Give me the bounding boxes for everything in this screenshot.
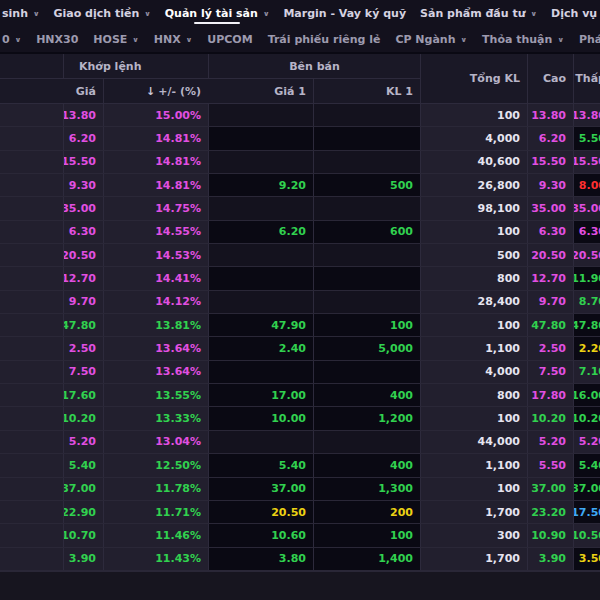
- ask-vol-1-cell[interactable]: 100: [313, 314, 420, 336]
- ask-vol-1-cell[interactable]: 5,000: [313, 337, 420, 359]
- price-cell[interactable]: 9.70: [63, 291, 103, 313]
- price-cell[interactable]: 20.50: [63, 244, 103, 266]
- ask-price-1-cell[interactable]: 37.00: [208, 478, 313, 500]
- ask-vol-1-cell[interactable]: 100: [313, 524, 420, 546]
- ask-vol-1-cell[interactable]: 400: [313, 454, 420, 476]
- table-row[interactable]: 3.9011.43%3.801,4001,7003.903.50: [0, 548, 600, 571]
- market-tab[interactable]: HNX30: [36, 27, 78, 52]
- ask-price-1-cell[interactable]: 10.60: [208, 524, 313, 546]
- col-header-change-pct[interactable]: ↓ +/- (%): [103, 79, 208, 103]
- ask-price-1-cell[interactable]: [208, 151, 313, 173]
- price-cell[interactable]: 13.80: [63, 104, 103, 126]
- ask-vol-1-cell[interactable]: [313, 244, 420, 266]
- ask-vol-1-cell[interactable]: [313, 267, 420, 289]
- col-header-tong-kl[interactable]: Tổng KL: [420, 54, 527, 103]
- table-row[interactable]: 12.7014.41%80012.7011.90: [0, 267, 600, 290]
- price-cell[interactable]: 9.30: [63, 174, 103, 196]
- price-cell[interactable]: 7.50: [63, 361, 103, 383]
- menu-item[interactable]: Margin - Vay ký quỹ: [283, 0, 406, 27]
- ask-price-1-cell[interactable]: [208, 244, 313, 266]
- table-row[interactable]: 9.7014.12%28,4009.708.70: [0, 291, 600, 314]
- ask-price-1-cell[interactable]: 2.40: [208, 337, 313, 359]
- price-cell[interactable]: 5.20: [63, 431, 103, 453]
- ask-vol-1-cell[interactable]: 1,300: [313, 478, 420, 500]
- ask-price-1-cell[interactable]: [208, 104, 313, 126]
- price-cell[interactable]: 17.60: [63, 384, 103, 406]
- menu-item[interactable]: sinh∨: [2, 0, 39, 27]
- table-row[interactable]: 47.8013.81%47.9010010047.8047.80: [0, 314, 600, 337]
- ask-price-1-cell[interactable]: [208, 267, 313, 289]
- menu-item[interactable]: Quản lý tài sản∨: [165, 0, 270, 27]
- menu-item[interactable]: Giao dịch tiền∨: [53, 0, 150, 27]
- market-tab[interactable]: HNX∨: [154, 27, 192, 52]
- table-row[interactable]: 9.3014.81%9.2050026,8009.308.00: [0, 174, 600, 197]
- ask-vol-1-cell[interactable]: 500: [313, 174, 420, 196]
- price-cell[interactable]: 10.70: [63, 524, 103, 546]
- col-header-cao[interactable]: Cao: [527, 54, 573, 103]
- ask-vol-1-cell[interactable]: [313, 361, 420, 383]
- ask-price-1-cell[interactable]: [208, 291, 313, 313]
- table-row[interactable]: 7.5013.64%4,0007.507.10: [0, 361, 600, 384]
- ask-price-1-cell[interactable]: [208, 431, 313, 453]
- ask-price-1-cell[interactable]: 9.20: [208, 174, 313, 196]
- market-tab[interactable]: Phái sinh∨: [579, 27, 600, 52]
- price-cell[interactable]: 12.70: [63, 267, 103, 289]
- price-cell[interactable]: 5.40: [63, 454, 103, 476]
- ask-price-1-cell[interactable]: 10.00: [208, 407, 313, 429]
- table-row[interactable]: 5.2013.04%44,0005.205.20: [0, 431, 600, 454]
- price-cell[interactable]: 37.00: [63, 478, 103, 500]
- ask-vol-1-cell[interactable]: [313, 151, 420, 173]
- ask-vol-1-cell[interactable]: 1,200: [313, 407, 420, 429]
- price-cell[interactable]: 35.00: [63, 197, 103, 219]
- table-row[interactable]: 15.5014.81%40,60015.5015.50: [0, 151, 600, 174]
- table-row[interactable]: 35.0014.75%98,10035.0035.00: [0, 197, 600, 220]
- table-row[interactable]: 6.3014.55%6.206001006.306.30: [0, 221, 600, 244]
- table-row[interactable]: 10.2013.33%10.001,20010010.2010.20: [0, 407, 600, 430]
- ask-vol-1-cell[interactable]: [313, 127, 420, 149]
- table-row[interactable]: 2.5013.64%2.405,0001,1002.502.20: [0, 337, 600, 360]
- ask-vol-1-cell[interactable]: [313, 291, 420, 313]
- market-tab[interactable]: CP Ngành∨: [395, 27, 467, 52]
- ask-price-1-cell[interactable]: [208, 361, 313, 383]
- menu-item[interactable]: Dịch vụ & Tiện ích∨: [551, 0, 600, 27]
- ask-price-1-cell[interactable]: 3.80: [208, 548, 313, 570]
- ask-vol-1-cell[interactable]: 200: [313, 501, 420, 523]
- col-header-thap[interactable]: Thấp: [573, 54, 600, 103]
- table-row[interactable]: 17.6013.55%17.0040080017.8016.00: [0, 384, 600, 407]
- ask-price-1-cell[interactable]: 6.20: [208, 221, 313, 243]
- ask-vol-1-cell[interactable]: [313, 104, 420, 126]
- ask-vol-1-cell[interactable]: 600: [313, 221, 420, 243]
- ask-price-1-cell[interactable]: [208, 127, 313, 149]
- table-row[interactable]: 13.8015.00%10013.8013.80: [0, 104, 600, 127]
- col-header-gia[interactable]: Giá: [63, 79, 103, 103]
- ask-vol-1-cell[interactable]: [313, 197, 420, 219]
- table-row[interactable]: 22.9011.71%20.502001,70023.2017.50: [0, 501, 600, 524]
- market-tab[interactable]: Thỏa thuận∨: [482, 27, 564, 52]
- market-tab[interactable]: HOSE∨: [93, 27, 139, 52]
- price-cell[interactable]: 22.90: [63, 501, 103, 523]
- table-row[interactable]: 5.4012.50%5.404001,1005.505.40: [0, 454, 600, 477]
- ask-vol-1-cell[interactable]: [313, 431, 420, 453]
- table-row[interactable]: 20.5014.53%50020.5020.50: [0, 244, 600, 267]
- table-row[interactable]: 37.0011.78%37.001,30010037.0037.00: [0, 478, 600, 501]
- table-row[interactable]: 6.2014.81%4,0006.205.50: [0, 127, 600, 150]
- table-row[interactable]: 10.7011.46%10.6010030010.9010.50: [0, 524, 600, 547]
- price-cell[interactable]: 2.50: [63, 337, 103, 359]
- ask-price-1-cell[interactable]: 17.00: [208, 384, 313, 406]
- market-tab[interactable]: Trái phiếu riêng lẻ: [268, 27, 381, 52]
- price-cell[interactable]: 15.50: [63, 151, 103, 173]
- market-tab[interactable]: 0∨: [2, 27, 21, 52]
- market-tab[interactable]: UPCOM: [207, 27, 252, 52]
- menu-item[interactable]: Sản phẩm đầu tư∨: [420, 0, 537, 27]
- price-cell[interactable]: 3.90: [63, 548, 103, 570]
- ask-price-1-cell[interactable]: [208, 197, 313, 219]
- price-cell[interactable]: 6.20: [63, 127, 103, 149]
- ask-vol-1-cell[interactable]: 1,400: [313, 548, 420, 570]
- ask-price-1-cell[interactable]: 47.90: [208, 314, 313, 336]
- price-cell[interactable]: 47.80: [63, 314, 103, 336]
- ask-price-1-cell[interactable]: 20.50: [208, 501, 313, 523]
- col-header-kl-1[interactable]: KL 1: [313, 79, 420, 103]
- ask-price-1-cell[interactable]: 5.40: [208, 454, 313, 476]
- price-cell[interactable]: 6.30: [63, 221, 103, 243]
- ask-vol-1-cell[interactable]: 400: [313, 384, 420, 406]
